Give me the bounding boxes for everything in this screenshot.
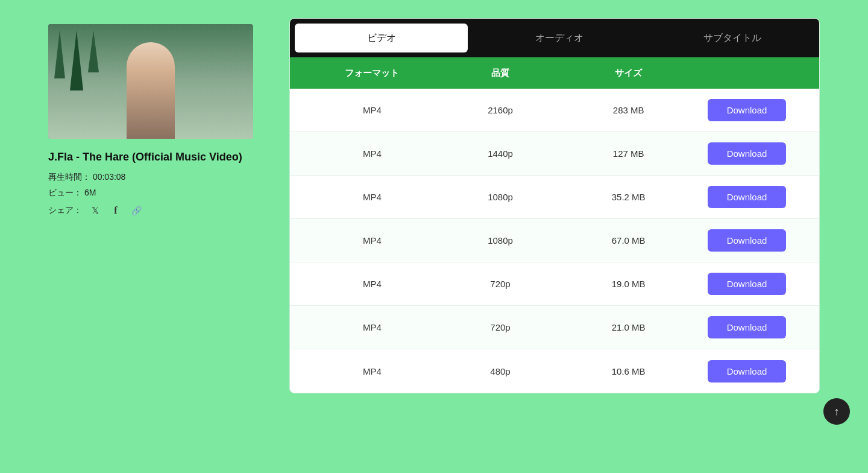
download-button[interactable]: Download [708,229,786,252]
cell-format: MP4 [308,322,436,332]
share-label: シェア： [48,205,82,216]
col-size: サイズ [564,68,693,79]
download-button[interactable]: Download [708,186,786,208]
video-thumbnail [48,24,253,139]
table-row: MP4 480p 10.6 MB Download [290,349,819,393]
table-row: MP4 1440p 127 MB Download [290,132,819,176]
twitter-share-icon[interactable] [88,203,102,218]
share-row: シェア： [48,203,265,218]
left-panel: J.Fla - The Hare (Official Music Video) … [48,18,265,218]
cell-download: Download [693,316,801,338]
download-button[interactable]: Download [708,273,786,295]
cell-download: Download [693,186,801,208]
cell-format: MP4 [308,148,436,159]
cell-format: MP4 [308,279,436,289]
cell-size: 127 MB [564,148,693,159]
duration-value: 00:03:08 [93,172,126,182]
cell-quality: 1080p [436,192,565,202]
table-row: MP4 2160p 283 MB Download [290,89,819,132]
table-row: MP4 720p 19.0 MB Download [290,262,819,306]
cell-format: MP4 [308,105,436,115]
cell-size: 67.0 MB [564,235,693,246]
cell-size: 19.0 MB [564,279,693,289]
tabs-container: ビデオ オーディオ サブタイトル [290,19,819,57]
copy-link-icon[interactable] [129,203,143,218]
cell-format: MP4 [308,235,436,246]
col-quality: 品質 [436,68,565,79]
cell-quality: 2160p [436,105,565,115]
col-format: フォーマット [308,68,436,79]
cell-quality: 720p [436,322,565,332]
duration-row: 再生時間： 00:03:08 [48,172,265,183]
table-row: MP4 720p 21.0 MB Download [290,306,819,349]
cell-quality: 720p [436,279,565,289]
views-row: ビュー： 6M [48,188,265,198]
cell-download: Download [693,229,801,252]
table-header: フォーマット 品質 サイズ [290,57,819,89]
download-button[interactable]: Download [708,360,786,383]
table-row: MP4 1080p 35.2 MB Download [290,176,819,219]
cell-size: 35.2 MB [564,192,693,202]
cell-quality: 480p [436,366,565,376]
right-panel: ビデオ オーディオ サブタイトル フォーマット 品質 サイズ MP4 2160p… [289,18,820,393]
cell-download: Download [693,142,801,165]
download-button[interactable]: Download [708,142,786,165]
cell-quality: 1080p [436,235,565,246]
cell-download: Download [693,273,801,295]
tab-video[interactable]: ビデオ [295,24,468,52]
table-row: MP4 1080p 67.0 MB Download [290,219,819,262]
tab-audio[interactable]: オーディオ [473,19,646,57]
cell-download: Download [693,360,801,383]
views-label: ビュー： [48,188,82,197]
download-button[interactable]: Download [708,99,786,121]
scroll-top-button[interactable]: ↑ [823,398,850,425]
facebook-share-icon[interactable] [108,203,123,218]
cell-size: 10.6 MB [564,366,693,376]
cell-quality: 1440p [436,148,565,159]
cell-format: MP4 [308,366,436,376]
tab-subtitle[interactable]: サブタイトル [646,19,819,57]
scroll-top-icon: ↑ [834,405,840,418]
cell-size: 21.0 MB [564,322,693,332]
cell-format: MP4 [308,192,436,202]
views-value: 6M [84,188,96,197]
download-button[interactable]: Download [708,316,786,338]
cell-download: Download [693,99,801,121]
cell-size: 283 MB [564,105,693,115]
video-title: J.Fla - The Hare (Official Music Video) [48,150,265,165]
duration-label: 再生時間： [48,172,90,182]
table-body: MP4 2160p 283 MB Download MP4 1440p 127 … [290,89,819,393]
